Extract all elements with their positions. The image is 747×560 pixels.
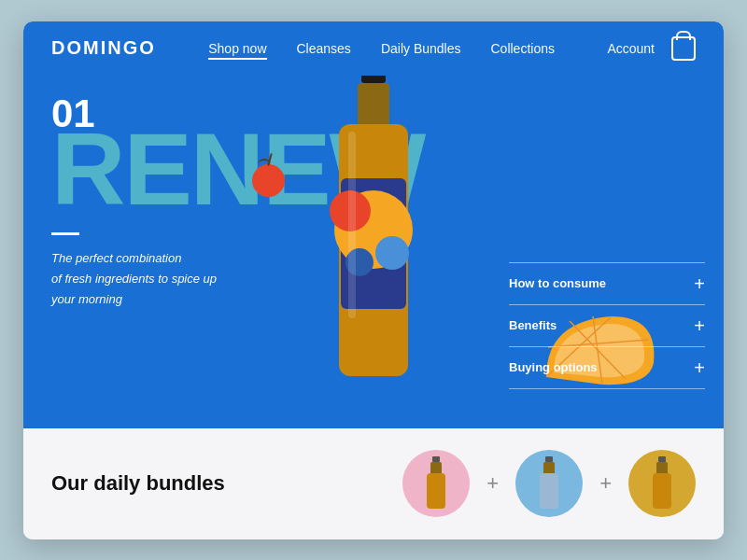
- svg-rect-17: [543, 462, 555, 475]
- accordion-item-benefits[interactable]: Benefits +: [509, 304, 705, 346]
- accordion-plus-consume[interactable]: +: [694, 274, 705, 293]
- nav-item-cleanses[interactable]: Cleanses: [297, 40, 351, 57]
- nav-link-shop[interactable]: Shop now: [208, 41, 266, 60]
- navbar: DOMINGO Shop now Cleanses Daily Bundles …: [23, 21, 724, 76]
- mini-bottle-3: [648, 456, 676, 511]
- browser-window: DOMINGO Shop now Cleanses Daily Bundles …: [23, 21, 724, 539]
- accordion-label-benefits: Benefits: [509, 318, 557, 332]
- nav-links: Shop now Cleanses Daily Bundles Collecti…: [208, 40, 555, 57]
- bundle-plus-2: +: [599, 471, 612, 496]
- svg-rect-8: [348, 132, 356, 318]
- nav-item-shop[interactable]: Shop now: [208, 40, 266, 57]
- accordion-item-consume[interactable]: How to consume +: [509, 262, 705, 304]
- nav-link-collections[interactable]: Collections: [490, 41, 554, 56]
- bottle-image: [322, 76, 425, 402]
- bottle-container: [317, 76, 430, 402]
- svg-rect-1: [358, 83, 389, 130]
- nav-right: Account: [607, 36, 696, 61]
- svg-rect-13: [432, 456, 440, 462]
- accordion-label-buying: Buying options: [509, 360, 598, 374]
- accordion-item-buying[interactable]: Buying options +: [509, 346, 705, 389]
- svg-point-6: [375, 236, 409, 270]
- bundle-circle-3[interactable]: [628, 450, 696, 517]
- nav-item-bundles[interactable]: Daily Bundles: [381, 40, 461, 57]
- accordion-plus-buying[interactable]: +: [694, 358, 705, 377]
- cherry-decoration: [252, 164, 285, 197]
- svg-rect-15: [427, 473, 445, 509]
- svg-rect-18: [540, 473, 558, 509]
- svg-rect-14: [430, 462, 442, 475]
- accordion: How to consume + Benefits + Buying optio…: [509, 262, 705, 389]
- account-link[interactable]: Account: [607, 41, 655, 56]
- svg-rect-16: [545, 456, 553, 462]
- bundle-plus-1: +: [486, 471, 499, 496]
- nav-item-collections[interactable]: Collections: [490, 40, 554, 57]
- mini-bottle-1: [422, 456, 450, 511]
- accordion-plus-benefits[interactable]: +: [694, 316, 705, 335]
- bundle-items: + +: [257, 450, 696, 517]
- svg-rect-0: [361, 76, 386, 83]
- cart-icon[interactable]: [671, 36, 696, 61]
- accordion-label-consume: How to consume: [509, 276, 606, 290]
- bottom-section: Our daily bundles + +: [23, 428, 724, 539]
- hero-dash: [51, 232, 79, 235]
- nav-link-bundles[interactable]: Daily Bundles: [381, 41, 461, 56]
- logo[interactable]: DOMINGO: [51, 37, 156, 59]
- svg-rect-19: [658, 456, 666, 462]
- bundle-circle-1[interactable]: [402, 450, 470, 517]
- hero-description: The perfect combinationof fresh ingredie…: [51, 248, 217, 310]
- svg-rect-21: [653, 473, 671, 509]
- bundle-circle-2[interactable]: [515, 450, 583, 517]
- nav-link-cleanses[interactable]: Cleanses: [297, 41, 351, 56]
- mini-bottle-2: [535, 456, 563, 511]
- svg-rect-20: [656, 462, 668, 475]
- bundles-title: Our daily bundles: [51, 471, 257, 496]
- hero-section: 01 RENEW The perfect combinationof fresh…: [23, 76, 724, 428]
